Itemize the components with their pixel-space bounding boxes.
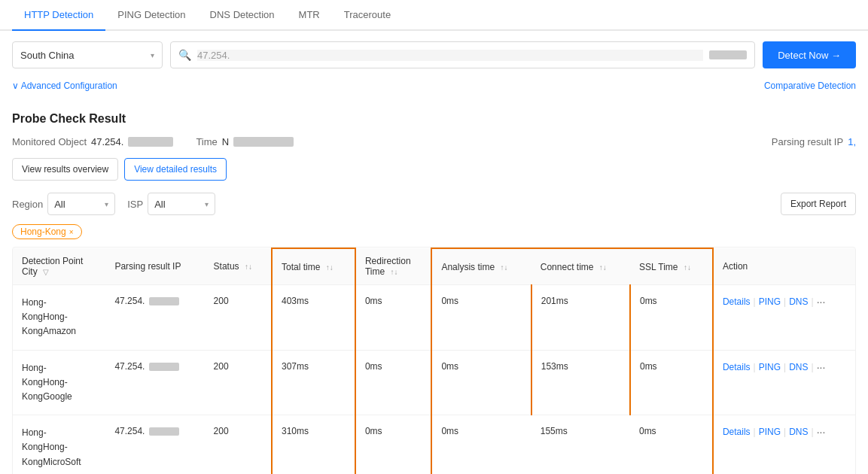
td-action: Details | PING | DNS | ··· (713, 285, 855, 351)
monitored-object: Monitored Object 47.254. (12, 136, 173, 147)
monitored-label: Monitored Object (12, 136, 87, 147)
tab-http[interactable]: HTTP Detection (12, 0, 105, 31)
ssl-time-value: 0ms (640, 296, 657, 306)
table-row: Hong-KongHong-KongMicroSoft 47.254. 200 … (13, 415, 855, 474)
search-icon: 🔍 (178, 49, 191, 61)
td-analysis-time: 0ms (431, 285, 531, 351)
results-table: Detection PointCity ▽ Parsing result IP … (13, 248, 855, 474)
th-connect-time: Connect time ↑↓ (531, 248, 630, 285)
region-select[interactable]: South China ▾ (12, 41, 163, 68)
td-total-time: 307ms (272, 350, 355, 415)
detect-now-button[interactable]: Detect Now → (763, 41, 856, 68)
tab-ping[interactable]: PING Detection (105, 0, 197, 31)
dns-link[interactable]: DNS (789, 362, 808, 372)
config-row: ∨ Advanced Configuration Comparative Det… (0, 79, 868, 100)
region-filter-select[interactable]: All ▾ (47, 193, 115, 215)
tabs-bar: HTTP Detection PING Detection DNS Detect… (0, 0, 868, 31)
parsing-result: Parsing result IP 1, (772, 136, 856, 147)
details-link[interactable]: Details (723, 296, 751, 307)
ip-blurred (149, 427, 179, 436)
td-status: 200 (205, 415, 272, 474)
ip-blurred (149, 297, 179, 305)
connect-time-value: 155ms (541, 426, 568, 436)
td-ip: 47.254. (105, 285, 204, 351)
td-analysis-time: 0ms (431, 350, 531, 415)
tab-mtr[interactable]: MTR (287, 0, 332, 31)
search-area: South China ▾ 🔍 Detect Now → (0, 31, 868, 79)
sort-icon[interactable]: ↑↓ (684, 263, 691, 272)
parsing-value[interactable]: 1, (848, 136, 856, 147)
th-analysis-time-label: Analysis time (441, 262, 495, 272)
active-tag-row: Hong-Kong × (12, 224, 856, 239)
status-value: 200 (214, 426, 229, 436)
total-time-value: 310ms (282, 426, 309, 436)
view-detailed-results-button[interactable]: View detailed results (124, 158, 227, 181)
detection-point-text: Hong-KongHong-KongAmazon (22, 296, 96, 339)
status-value: 200 (214, 361, 229, 372)
ping-link[interactable]: PING (759, 362, 781, 372)
action-links: Details | PING | DNS | ··· (723, 361, 846, 373)
blurred-ip (709, 50, 747, 59)
ip-prefix: 47.254. (114, 426, 145, 436)
td-ssl-time: 0ms (630, 415, 713, 474)
td-redirect-time: 0ms (355, 285, 432, 351)
ping-link[interactable]: PING (759, 296, 781, 307)
sort-icon[interactable]: ↑↓ (326, 263, 333, 272)
comparative-detection-link[interactable]: Comparative Detection (764, 81, 856, 91)
sort-icon[interactable]: ↑↓ (599, 263, 607, 272)
th-total-time: Total time ↑↓ (272, 248, 355, 285)
ping-link[interactable]: PING (759, 427, 781, 437)
more-button[interactable]: ··· (817, 296, 826, 308)
region-select-value: South China (20, 50, 75, 61)
more-button[interactable]: ··· (817, 361, 826, 373)
hong-kong-tag[interactable]: Hong-Kong × (12, 224, 82, 239)
isp-filter-select[interactable]: All ▾ (148, 193, 215, 215)
dns-link[interactable]: DNS (789, 427, 808, 437)
connect-time-value: 153ms (541, 361, 568, 372)
search-input[interactable] (197, 50, 703, 61)
ssl-time-value: 0ms (639, 426, 656, 436)
sort-icon[interactable]: ↑↓ (390, 268, 397, 276)
filter-icon[interactable]: ▽ (43, 268, 49, 276)
total-time-value: 403ms (282, 296, 309, 306)
td-action: Details | PING | DNS | ··· (713, 350, 855, 415)
connect-time-value: 201ms (541, 296, 568, 306)
th-status-label: Status (214, 261, 239, 272)
td-connect-time: 155ms (531, 415, 630, 474)
tab-dns[interactable]: DNS Detection (198, 0, 287, 31)
td-action: Details | PING | DNS | ··· (713, 415, 855, 474)
probe-section: Probe Check Result Monitored Object 47.2… (0, 100, 868, 474)
analysis-time-value: 0ms (441, 361, 458, 372)
tab-traceroute[interactable]: Traceroute (332, 0, 403, 31)
view-results-overview-button[interactable]: View results overview (12, 158, 118, 181)
export-report-button[interactable]: Export Report (781, 193, 856, 215)
monitored-value: 47.254. (91, 136, 123, 147)
details-link[interactable]: Details (723, 427, 751, 437)
sort-icon[interactable]: ↑↓ (245, 263, 252, 271)
tag-close-icon[interactable]: × (69, 228, 74, 236)
details-link[interactable]: Details (723, 362, 751, 372)
table-row: Hong-KongHong-KongGoogle 47.254. 200 307… (13, 350, 855, 415)
chevron-down-icon: ▾ (205, 200, 209, 208)
td-redirect-time: 0ms (355, 415, 432, 474)
more-button[interactable]: ··· (817, 426, 826, 438)
time-blurred (233, 137, 294, 147)
detection-point-text: Hong-KongHong-KongMicroSoft (22, 426, 96, 469)
th-ssl-time: SSL Time ↑↓ (630, 248, 713, 285)
th-parsing-ip-label: Parsing result IP (114, 261, 181, 272)
probe-title: Probe Check Result (12, 112, 856, 126)
time-label: Time (196, 136, 217, 147)
search-input-wrap: 🔍 (170, 41, 755, 68)
redirect-time-value: 0ms (365, 361, 382, 372)
td-connect-time: 153ms (531, 350, 630, 415)
advanced-configuration-link[interactable]: ∨ Advanced Configuration (12, 81, 117, 91)
results-table-wrap: Detection PointCity ▽ Parsing result IP … (12, 247, 856, 474)
th-action-label: Action (723, 261, 748, 272)
action-links: Details | PING | DNS | ··· (723, 296, 846, 308)
sort-icon[interactable]: ↑↓ (500, 263, 507, 272)
ssl-time-value: 0ms (640, 361, 657, 372)
region-filter-label: Region (12, 199, 43, 210)
dns-link[interactable]: DNS (789, 296, 808, 307)
td-total-time: 403ms (272, 285, 355, 351)
th-detection-point-label: Detection PointCity (22, 256, 83, 277)
